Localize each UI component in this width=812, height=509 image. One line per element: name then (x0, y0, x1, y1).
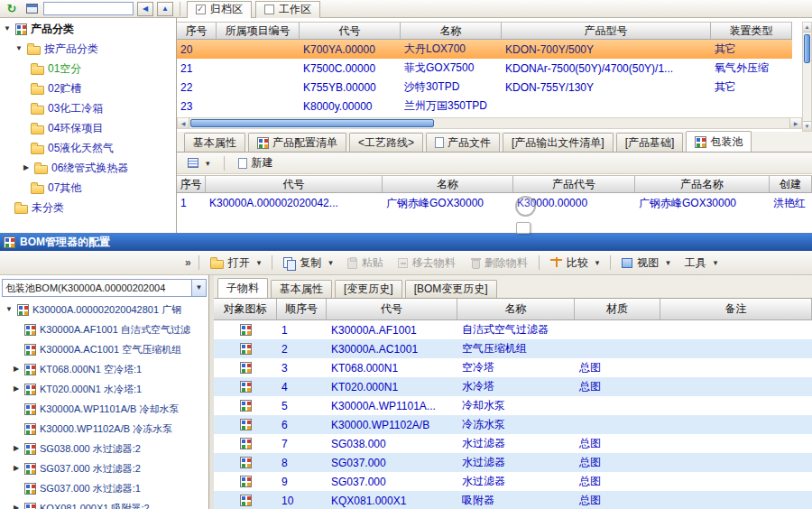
scrollbar-thumb[interactable] (190, 119, 434, 127)
column-header-seq[interactable]: 顺序号 (277, 299, 327, 319)
column-header-code[interactable]: 代号 (327, 299, 457, 319)
column-header-note[interactable]: 备注 (660, 299, 812, 319)
expand-icon[interactable] (12, 365, 21, 374)
tree-item-02[interactable]: 02贮槽 (0, 79, 176, 98)
quick-search-input[interactable] (43, 2, 134, 15)
tree-item-05[interactable]: 05液化天然气 (0, 138, 176, 158)
bom-material-row[interactable]: 7 SG038.000 水过滤器 总图 (214, 434, 812, 453)
column-header-type[interactable]: 装置类型 (711, 23, 792, 39)
bom-tree-item[interactable]: SG037.000 水过滤器:2 (0, 458, 208, 478)
remove-material-button[interactable]: 移去物料 (392, 252, 462, 274)
column-header-creator[interactable]: 创建 (770, 176, 812, 192)
go-up-button[interactable]: ▲ (157, 2, 173, 16)
column-header-code[interactable]: 代号 (206, 176, 383, 192)
toolbar-overflow-icon[interactable]: » (182, 256, 194, 269)
column-header-code[interactable]: 代号 (300, 23, 401, 39)
bom-material-row[interactable]: 9 SG037.000 水过滤器 总图 (214, 472, 812, 491)
column-header-name[interactable]: 名称 (401, 23, 502, 39)
bom-material-row[interactable]: 1 K30000A.AF1001 自洁式空气过滤器 (214, 320, 812, 339)
chevron-down-icon[interactable]: ▼ (191, 280, 206, 296)
new-button[interactable]: 新建 (232, 152, 280, 174)
expand-icon[interactable] (12, 384, 21, 393)
bom-tree-item[interactable]: K30000.WP1102A/B 冷冻水泵 (0, 419, 208, 439)
bom-material-row[interactable]: 4 KT020.000N1 水冷塔 总图 (214, 377, 812, 396)
scrollbar-thumb[interactable] (804, 34, 810, 63)
view-mode-button[interactable] (181, 154, 217, 171)
column-header-name[interactable]: 名称 (457, 299, 575, 319)
scroll-down-icon[interactable]: ▼ (803, 121, 811, 131)
collapse-icon[interactable] (14, 44, 23, 53)
scroll-left-icon[interactable]: ◀ (178, 118, 189, 128)
table-row[interactable]: 1 K30000A.000002020042... 广钢赤峰GOX30000 K… (177, 193, 812, 213)
column-header-object-icon[interactable]: 对象图标 (214, 299, 277, 319)
open-button[interactable]: 打开 (204, 252, 268, 274)
tab-output-file-list[interactable]: [产品输出文件清单] (503, 133, 614, 152)
tab-basic-properties[interactable]: 基本属性 (184, 133, 245, 152)
column-header-no[interactable]: 序号 (177, 176, 206, 192)
paste-button[interactable]: 粘贴 (341, 252, 390, 274)
bom-tree-item[interactable]: KT068.000N1 空冷塔:1 (0, 359, 208, 379)
tab-archive-area[interactable]: 归档区 (187, 1, 252, 18)
tab-work-area[interactable]: 工作区 (255, 1, 320, 18)
tab-product-config-list[interactable]: 产品配置清单 (248, 133, 346, 152)
bom-material-row[interactable]: 10 KQX081.000X1 吸附器 总图 (214, 491, 812, 509)
tree-item-03[interactable]: 03化工冷箱 (0, 98, 176, 118)
bom-tree-item[interactable]: SG038.000 水过滤器:2 (0, 439, 208, 458)
view-button[interactable]: 视图 (615, 252, 677, 274)
delete-material-button[interactable]: 删除物料 (464, 252, 534, 274)
go-back-button[interactable]: ◀ (137, 2, 153, 16)
tab-bom-change-history[interactable]: [BOM变更历史] (405, 280, 497, 298)
table-row[interactable]: 22 K755YB.00000 沙特30TPD KDON-755Y/130Y 其… (177, 78, 792, 97)
tab-packaging-pool[interactable]: 包装池 (686, 131, 752, 152)
collapse-icon[interactable] (3, 24, 12, 33)
bom-material-row[interactable]: 2 K30000A.AC1001 空气压缩机组 (214, 339, 812, 358)
tree-item-product-category[interactable]: 产品分类 (0, 19, 176, 39)
layout-button[interactable] (23, 2, 40, 16)
scroll-right-icon[interactable]: ▶ (789, 118, 801, 128)
column-header-material[interactable]: 材质 (575, 299, 660, 319)
bom-tree-item[interactable]: KT020.000N1 水冷塔:1 (0, 379, 208, 399)
tree-item-by-product[interactable]: 按产品分类 (0, 39, 176, 59)
column-header-model[interactable]: 产品型号 (502, 23, 711, 39)
column-header-no[interactable]: 序号 (177, 23, 217, 39)
expand-icon[interactable] (12, 444, 21, 453)
tab-process-route[interactable]: <工艺路线> (349, 133, 423, 152)
column-header-name[interactable]: 名称 (383, 176, 513, 192)
expand-icon[interactable] (12, 464, 21, 473)
bom-tree-item[interactable]: K30000A.AC1001 空气压缩机组 (0, 339, 208, 359)
column-header-product-code[interactable]: 产品代号 (513, 176, 635, 192)
column-header-project[interactable]: 所属项目编号 (217, 23, 300, 39)
tools-button[interactable]: 工具 (678, 252, 724, 274)
collapse-icon[interactable] (5, 305, 14, 314)
bom-tree-item[interactable]: K30000A.000002020042801 广钢 (0, 300, 208, 319)
bom-tree-item[interactable]: SG037.000 水过滤器:1 (0, 478, 208, 498)
copy-button[interactable]: 复制 (277, 252, 339, 274)
expand-icon[interactable] (22, 163, 31, 172)
tree-item-06[interactable]: 06绕管式换热器 (0, 158, 176, 178)
tree-item-07[interactable]: 07其他 (0, 178, 176, 198)
expand-icon[interactable] (12, 504, 21, 509)
tab-product-files[interactable]: 产品文件 (426, 133, 500, 152)
compare-button[interactable]: 比较 (544, 252, 606, 274)
table-row[interactable]: 21 K7500C.00000 菲戈GOX7500 KDONAr-7500(50… (177, 59, 792, 78)
table-row[interactable]: 23 K8000y.00000 兰州万国350TPD (177, 97, 792, 116)
bom-window-titlebar[interactable]: BOM管理器的配置 (0, 234, 812, 251)
column-header-product-name[interactable]: 产品名称 (635, 176, 770, 192)
tab-product-base[interactable]: [产品基础] (616, 133, 684, 152)
tab-child-materials[interactable]: 子物料 (217, 278, 268, 298)
bom-material-row[interactable]: 3 KT068.000N1 空冷塔 总图 (214, 358, 812, 377)
tree-item-04[interactable]: 04环保项目 (0, 118, 176, 138)
bom-tree-item[interactable]: K30000A.AF1001 自洁式空气过滤 (0, 319, 208, 339)
bom-tree-item[interactable]: K30000A.WP1101A/B 冷却水泵 (0, 399, 208, 419)
bom-tree-item[interactable]: KQX081.000X1 吸附器:2 (0, 498, 208, 509)
bom-material-row[interactable]: 5 K30000A.WP1101A... 冷却水泵 (214, 396, 812, 415)
archive-checkbox[interactable] (196, 5, 206, 14)
refresh-button[interactable] (4, 2, 20, 16)
bom-material-row[interactable]: 6 K30000.WP1102A/B 冷冻水泵 (214, 415, 812, 434)
workspace-checkbox[interactable] (264, 5, 274, 14)
scroll-up-icon[interactable]: ▲ (803, 23, 811, 32)
tab-change-history[interactable]: [变更历史] (335, 280, 402, 298)
tab-basic-properties[interactable]: 基本属性 (271, 280, 332, 298)
tree-item-unclassified[interactable]: 未分类 (0, 198, 176, 217)
bom-selector-dropdown[interactable]: 包装池BOM(K30000A.00000202004 ▼ (2, 279, 207, 297)
